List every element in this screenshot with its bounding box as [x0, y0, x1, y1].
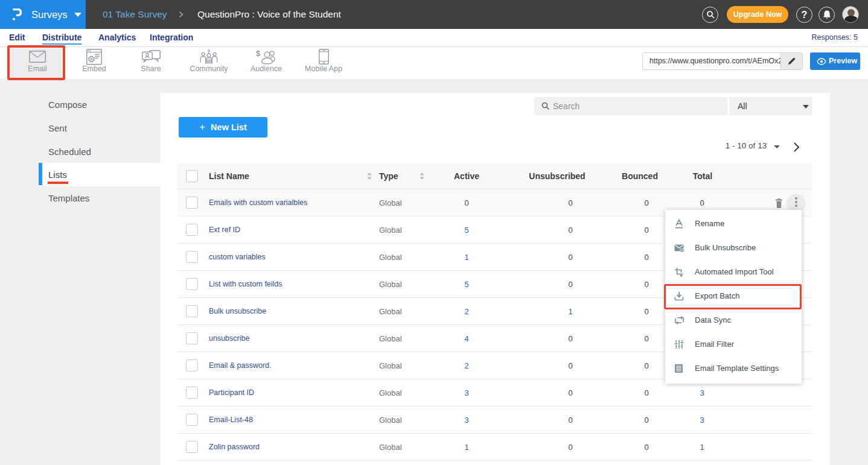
- svg-text:$: $: [256, 49, 261, 58]
